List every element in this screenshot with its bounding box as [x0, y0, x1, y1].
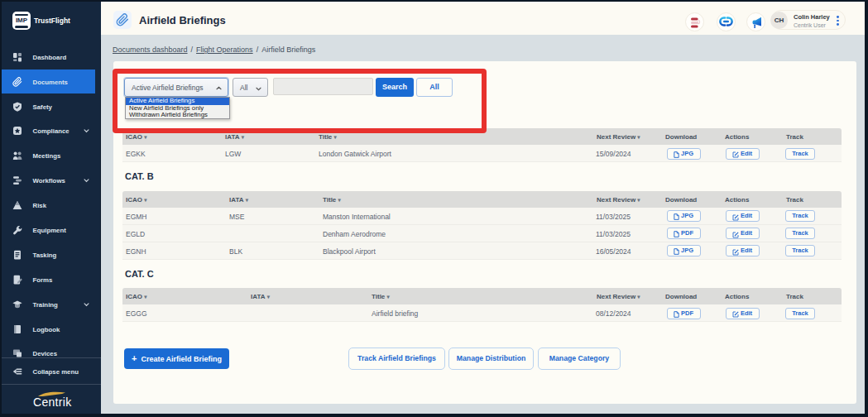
svg-text:Centrik: Centrik [33, 395, 72, 409]
